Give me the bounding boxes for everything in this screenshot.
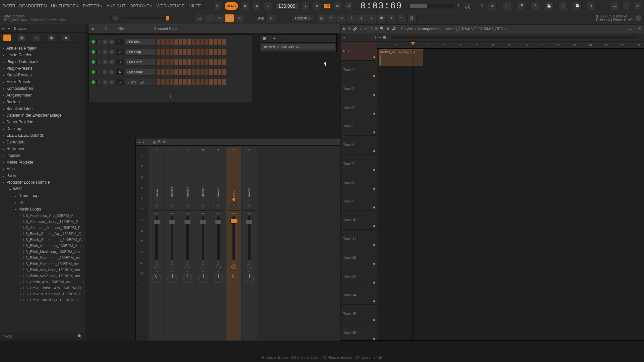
channel-number[interactable]: 1 [116, 39, 124, 45]
browser-tree[interactable]: ▸Aktuelles Projekt▸Letzte Dateien▸Plugin… [0, 43, 85, 332]
menu-view[interactable]: ANSICHT [107, 3, 126, 8]
track-arrows[interactable]: ◂ ▸ [186, 212, 189, 215]
step-button[interactable] [161, 69, 165, 75]
channel-name[interactable]: 808 Snare [125, 69, 155, 76]
step-button[interactable] [165, 69, 169, 75]
step-button[interactable] [205, 69, 209, 75]
channel-name[interactable]: 808 HiHat [125, 59, 155, 66]
playlist-track-header[interactable]: Track 13 [340, 267, 377, 286]
tree-item[interactable]: ▪LS_Blink_Vox_Loop_130BPM_Am [0, 267, 85, 273]
pl-tool-4[interactable]: ◫ [369, 26, 373, 31]
fader-slot[interactable] [202, 216, 204, 260]
track-send[interactable] [170, 264, 174, 269]
mixer-view-label[interactable]: Breit [158, 140, 165, 144]
browser-tab-all[interactable]: + [3, 35, 11, 41]
playlist-track-header[interactable]: Track 5 [340, 117, 377, 136]
browser-tab-3[interactable]: ♪ [33, 35, 40, 41]
tb-icon-10[interactable]: 🛒 [407, 14, 417, 22]
step-button[interactable] [209, 79, 213, 85]
pl-close-icon[interactable]: ✕ [638, 26, 641, 31]
menu-help[interactable]: HILFE [189, 3, 201, 8]
track-arrows[interactable]: ◂ ▸ [217, 212, 220, 215]
fader-slot[interactable] [186, 216, 189, 260]
tree-item[interactable]: ▪LS_Black_Smok..Loop_140BPM_G [0, 237, 85, 243]
track-dot[interactable] [217, 261, 219, 263]
window-min-button[interactable]: — [611, 2, 619, 10]
save-icon[interactable]: 💾 [545, 2, 553, 10]
tree-item[interactable]: ▸Dateien in der Zwischenablage [0, 112, 85, 119]
tb-icon-2[interactable]: ≡ [327, 14, 336, 22]
step-button[interactable] [213, 39, 217, 45]
tree-item[interactable]: ▸Drum Loops [0, 192, 85, 199]
fader-handle[interactable] [153, 220, 160, 224]
step-button[interactable] [187, 39, 191, 45]
track-send[interactable] [247, 264, 252, 269]
channel-mute[interactable] [96, 60, 101, 64]
pl-tool-6[interactable]: 🔍 [380, 26, 384, 31]
tree-item[interactable]: ▸FX [0, 199, 85, 206]
song-mode-button[interactable]: SONG [224, 2, 238, 10]
tree-item[interactable]: ▸Backup [0, 99, 85, 105]
playlist-track-header[interactable]: Track 4 [340, 98, 377, 117]
tb-icon-5[interactable]: ▲ [357, 14, 366, 22]
fader-handle[interactable] [200, 220, 206, 224]
pl-min-icon[interactable]: — [628, 27, 632, 31]
step-button[interactable] [161, 79, 165, 85]
help-icon[interactable]: ? [531, 2, 539, 10]
tree-item[interactable]: ▪LS_Afterburn_..Loop_150BPM_E [0, 219, 85, 225]
menu-edit[interactable]: BEARBEITEN [19, 3, 47, 8]
step-button[interactable] [196, 79, 200, 85]
tb-icon-1[interactable]: ▦ [317, 14, 326, 22]
channel-number[interactable]: 3 [116, 59, 124, 65]
track-led[interactable] [232, 198, 235, 201]
track-arrows[interactable]: ◂ ▸ [248, 212, 251, 215]
step-button[interactable] [183, 79, 187, 85]
fader-slot[interactable] [155, 216, 158, 260]
tree-item[interactable]: ▸Aufgenommen [0, 92, 85, 99]
track-pan[interactable] [152, 274, 161, 283]
pl-sync-icon[interactable]: ⟳ [348, 26, 351, 31]
step-button[interactable] [192, 49, 196, 55]
step-button[interactable] [192, 39, 196, 45]
tb-icon-8[interactable]: ✦ [387, 14, 396, 22]
channel-pan-knob[interactable] [102, 49, 108, 55]
channel-mute[interactable] [96, 40, 101, 44]
step-button[interactable] [178, 39, 182, 45]
tree-item[interactable]: ▸Letzte Dateien [0, 52, 85, 58]
step-button[interactable] [209, 49, 213, 55]
menu-options[interactable]: OPTIONEN [130, 3, 153, 8]
step-button[interactable] [178, 79, 182, 85]
track-arrows[interactable]: ◂ ▸ [232, 212, 235, 215]
mixer-track[interactable]: 1Insert 1◂ ▸ [165, 147, 179, 341]
pattern-selector[interactable]: Pattern 1 [291, 15, 314, 21]
step-button[interactable] [218, 59, 222, 65]
playlist-track-header[interactable]: Track 7 [340, 155, 377, 173]
step-button[interactable] [170, 69, 174, 75]
chrack-play-icon[interactable]: ▶ [92, 26, 95, 31]
chat-icon[interactable]: 💬 [573, 2, 582, 10]
tree-item[interactable]: ▪LS_Blink_Musi..oop_130BPM_Am [0, 249, 85, 255]
tree-item[interactable]: ▪LS_Aesthetics_Arp_80BPM_A [0, 213, 85, 219]
pl-minimap[interactable] [391, 36, 638, 39]
fader-handle[interactable] [215, 220, 222, 224]
overdub-button[interactable]: ⊞ [334, 2, 342, 10]
view-browser-button[interactable]: ⊞ [235, 14, 244, 22]
step-button[interactable] [157, 69, 161, 75]
track-dot2[interactable] [248, 270, 250, 273]
track-pan[interactable] [229, 274, 238, 283]
playlist-track-header[interactable]: Track 3 [340, 79, 377, 98]
tree-item[interactable]: ▪LS_Blink_Vox2..oop_130BPM_Am [0, 273, 85, 279]
step-button[interactable] [209, 69, 213, 75]
track-led[interactable] [248, 198, 251, 201]
pl-tool-8[interactable]: 🔊 [392, 26, 396, 31]
step-toggle[interactable]: ▸ [267, 14, 276, 22]
track-led[interactable] [217, 198, 220, 201]
menu-add[interactable]: HINZUFüGEN [51, 3, 79, 8]
step-button[interactable] [200, 69, 204, 75]
step-button[interactable] [192, 79, 196, 85]
ps-icon-2[interactable]: ✦ [273, 36, 276, 41]
channel-vol-knob[interactable] [109, 59, 114, 65]
tree-item[interactable]: ▸Hüllkurven [0, 145, 85, 152]
track-knob[interactable] [230, 202, 237, 209]
tree-item[interactable]: ▸Plugin-Datenbank [0, 58, 85, 65]
